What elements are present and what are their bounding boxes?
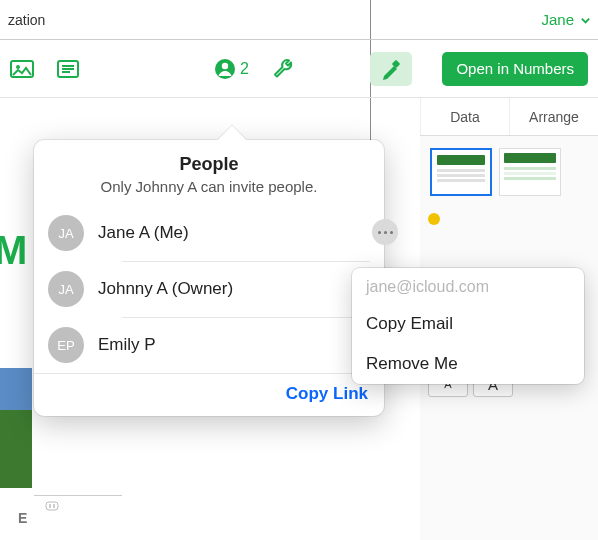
collaboration-count: 2 bbox=[240, 60, 249, 78]
person-email: jane@icloud.com bbox=[352, 268, 584, 304]
presence-dots bbox=[428, 213, 590, 225]
titlebar: zation Jane bbox=[0, 0, 598, 40]
avatar: JA bbox=[48, 215, 84, 251]
people-popover: People Only Johnny A can invite people. … bbox=[34, 140, 384, 416]
popover-title: People bbox=[52, 154, 366, 175]
avatar: JA bbox=[48, 271, 84, 307]
sheet-canvas-edge: M E bbox=[0, 98, 34, 540]
wrench-icon bbox=[271, 57, 295, 81]
tab-arrange[interactable]: Arrange bbox=[509, 98, 598, 135]
column-label: E bbox=[18, 510, 27, 526]
text-icon bbox=[56, 58, 80, 80]
paintbrush-icon bbox=[380, 58, 402, 80]
person-row[interactable]: EP Emily P bbox=[34, 317, 384, 373]
svg-point-7 bbox=[222, 62, 228, 68]
canvas-image-fragment bbox=[0, 368, 32, 488]
people-list: JA Jane A (Me) JA Johnny A (Owner) EP Em… bbox=[34, 205, 384, 373]
menu-remove-me[interactable]: Remove Me bbox=[352, 344, 584, 384]
popover-subtitle: Only Johnny A can invite people. bbox=[52, 178, 366, 195]
person-name: Jane A (Me) bbox=[98, 223, 189, 243]
person-row[interactable]: JA Jane A (Me) bbox=[34, 205, 384, 261]
toolbar: 2 Open in Numbers bbox=[0, 40, 598, 98]
person-name: Emily P bbox=[98, 335, 156, 355]
table-style-thumb[interactable] bbox=[499, 148, 561, 196]
canvas-text-fragment: M bbox=[0, 228, 27, 273]
person-icon bbox=[214, 58, 236, 80]
person-context-menu: jane@icloud.com Copy Email Remove Me bbox=[352, 268, 584, 384]
tools-button[interactable] bbox=[271, 57, 295, 81]
open-in-numbers-button[interactable]: Open in Numbers bbox=[442, 52, 588, 86]
svg-rect-15 bbox=[46, 502, 58, 510]
presence-dot-yellow bbox=[428, 213, 440, 225]
tab-data[interactable]: Data bbox=[420, 98, 509, 135]
document-title-fragment: zation bbox=[8, 12, 45, 28]
insert-textbox-button[interactable] bbox=[56, 58, 80, 80]
insert-media-button[interactable] bbox=[10, 58, 34, 80]
column-ruler bbox=[34, 495, 122, 496]
current-user-name: Jane bbox=[541, 11, 574, 28]
image-icon bbox=[10, 58, 34, 80]
more-options-button[interactable] bbox=[372, 219, 398, 245]
open-button-label: Open in Numbers bbox=[456, 60, 574, 77]
format-panel-toggle[interactable] bbox=[370, 52, 412, 86]
table-style-thumbnails bbox=[428, 144, 590, 203]
current-user-menu[interactable]: Jane bbox=[541, 11, 590, 28]
chevron-down-icon bbox=[580, 15, 590, 25]
inspector-tabs: Data Arrange bbox=[420, 98, 598, 136]
table-style-thumb[interactable] bbox=[430, 148, 492, 196]
collaboration-button[interactable]: 2 bbox=[214, 58, 249, 80]
person-row[interactable]: JA Johnny A (Owner) bbox=[34, 261, 384, 317]
avatar: EP bbox=[48, 327, 84, 363]
person-name: Johnny A (Owner) bbox=[98, 279, 233, 299]
column-resize-handle[interactable] bbox=[44, 498, 60, 510]
svg-point-1 bbox=[16, 65, 20, 69]
copy-link-button[interactable]: Copy Link bbox=[286, 384, 368, 403]
menu-copy-email[interactable]: Copy Email bbox=[352, 304, 584, 344]
